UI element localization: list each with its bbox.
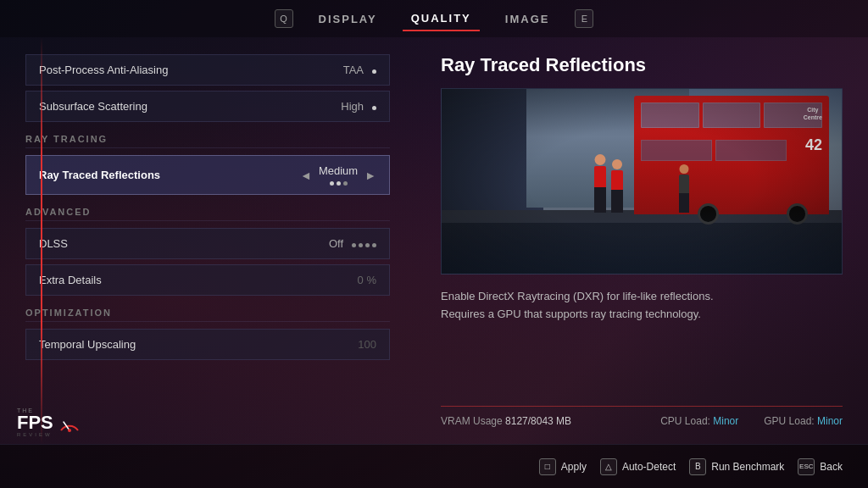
logo-main: FPS xyxy=(17,413,53,432)
apply-label: Apply xyxy=(561,461,587,473)
logo-sub: REVIEW xyxy=(17,432,82,437)
vignette xyxy=(442,89,842,274)
cpu-stat: CPU Load: Minor xyxy=(660,415,738,427)
dots xyxy=(330,181,348,186)
stats-row: VRAM Usage 8127/8043 MB CPU Load: Minor … xyxy=(441,406,843,427)
setting-extra-details[interactable]: Extra Details 0 % xyxy=(25,264,390,296)
setting-temporal-upscaling[interactable]: Temporal Upscaling 100 xyxy=(25,329,390,360)
dots xyxy=(352,243,376,247)
run-benchmark-key-icon: B xyxy=(689,458,706,475)
detail-description: Enable DirectX Raytracing (DXR) for life… xyxy=(441,288,843,324)
setting-label: Subsurface Scattering xyxy=(39,100,147,113)
dot xyxy=(372,69,376,74)
scene: CityCentre 42 xyxy=(442,89,842,274)
logo: THE FPS REVIEW xyxy=(17,408,82,437)
bottom-bar: □ Apply △ Auto-Detect B Run Benchmark ES… xyxy=(0,444,868,488)
apply-button[interactable]: □ Apply xyxy=(539,458,587,475)
right-panel: Ray Traced Reflections xyxy=(415,37,868,444)
section-advanced: ADVANCED xyxy=(25,207,390,221)
detail-title: Ray Traced Reflections xyxy=(441,54,843,76)
setting-value: TAA xyxy=(343,64,376,76)
dot xyxy=(372,106,376,110)
dot xyxy=(372,243,376,247)
nav-key-e[interactable]: E xyxy=(575,9,593,28)
apply-key-icon: □ xyxy=(539,458,556,475)
dots xyxy=(372,106,376,110)
auto-detect-label: Auto-Detect xyxy=(622,461,676,473)
setting-label: DLSS xyxy=(39,237,68,250)
setting-label: Ray Traced Reflections xyxy=(39,169,160,181)
gpu-stat: GPU Load: Minor xyxy=(764,415,843,427)
dot xyxy=(365,243,370,247)
setting-value-with-arrows: ◄ Medium ► xyxy=(300,164,376,186)
setting-subsurface-scattering[interactable]: Subsurface Scattering High xyxy=(25,91,390,122)
top-nav: Q DISPLAY QUALITY IMAGE E xyxy=(0,0,868,37)
nav-tab-quality[interactable]: QUALITY xyxy=(403,7,480,31)
setting-label: Temporal Upscaling xyxy=(39,338,136,351)
nav-key-q[interactable]: Q xyxy=(275,9,293,28)
auto-detect-key-icon: △ xyxy=(600,458,617,475)
setting-value: Off xyxy=(329,237,376,250)
auto-detect-button[interactable]: △ Auto-Detect xyxy=(600,458,676,475)
dot xyxy=(330,181,334,186)
setting-value: High xyxy=(341,100,376,113)
arrow-right-icon[interactable]: ► xyxy=(364,169,376,182)
dots xyxy=(372,69,376,74)
back-key-icon: ESC xyxy=(798,458,815,475)
setting-ray-traced-reflections[interactable]: Ray Traced Reflections ◄ Medium ► xyxy=(25,155,390,195)
nav-tab-image[interactable]: IMAGE xyxy=(497,8,559,30)
left-panel: Post-Process Anti-Aliasing TAA Subsurfac… xyxy=(0,37,415,444)
setting-post-process-anti-aliasing[interactable]: Post-Process Anti-Aliasing TAA xyxy=(25,54,390,86)
section-optimization: OPTIMIZATION xyxy=(25,308,390,322)
svg-point-0 xyxy=(68,429,71,432)
speedometer-icon xyxy=(57,413,82,432)
nav-tab-display[interactable]: DISPLAY xyxy=(310,8,386,30)
setting-value: 0 % xyxy=(358,274,376,286)
arrow-left-icon[interactable]: ◄ xyxy=(300,169,312,182)
main-content: Post-Process Anti-Aliasing TAA Subsurfac… xyxy=(0,37,868,444)
section-ray-tracing: RAY TRACING xyxy=(25,134,390,148)
dot xyxy=(359,243,363,247)
vram-stat: VRAM Usage 8127/8043 MB xyxy=(441,415,571,427)
run-benchmark-label: Run Benchmark xyxy=(711,461,784,473)
back-button[interactable]: ESC Back xyxy=(798,458,843,475)
dot xyxy=(337,181,341,186)
run-benchmark-button[interactable]: B Run Benchmark xyxy=(689,458,784,475)
setting-value: 100 xyxy=(358,338,376,351)
left-accent xyxy=(41,37,42,444)
preview-image: CityCentre 42 xyxy=(441,88,843,274)
setting-dlss[interactable]: DLSS Off xyxy=(25,228,390,259)
dot xyxy=(343,181,348,186)
setting-label: Extra Details xyxy=(39,274,102,286)
setting-label: Post-Process Anti-Aliasing xyxy=(39,64,168,76)
back-label: Back xyxy=(820,461,843,473)
dot xyxy=(352,243,356,247)
